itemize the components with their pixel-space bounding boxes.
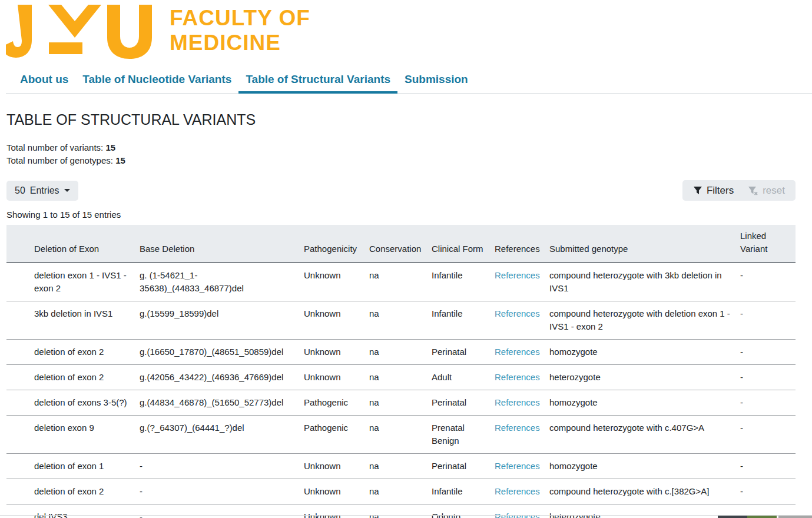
table-row[interactable]: deletion of exons 3-5(?) g.(44834_46878)… [6,390,796,416]
cell-linked-variant: - [740,454,796,479]
cell-linked-variant: - [740,479,796,504]
cell-pathogenicity: Unknown [304,263,369,301]
bottom-strip-dark [718,516,747,518]
table-row[interactable]: deletion exon 1 - IVS1 - exon 2 g. (1-54… [6,263,796,301]
cell-clinical-form: Infantile [432,301,495,340]
cell-deletion-of-exon: deletion of exon 2 [6,365,140,390]
main-content: TABLE OF STRUCTURAL VARIANTS Total numbe… [0,111,796,518]
cell-pathogenicity: Pathogenic [304,390,369,416]
cell-clinical-form: Prenatal Benign [432,416,495,454]
cell-conservation: na [369,263,432,301]
cell-base-deletion: g.(42056_43422)_(46936_47669)del [140,365,304,390]
cell-references: References [495,263,549,301]
showing-entries-text: Showing 1 to 15 of 15 entries [6,210,796,220]
column-header-base-deletion[interactable]: Base Deletion [140,225,304,263]
cell-deletion-of-exon: deletion exon 9 [6,416,140,454]
entries-per-page-dropdown[interactable]: 50 Entries [6,181,78,201]
cell-deletion-of-exon: deletion of exons 3-5(?) [6,390,140,416]
funnel-icon [693,186,702,195]
nav-item-nucleotide-variants[interactable]: Table of Nucleotide Variants [75,68,238,93]
chevron-down-icon [64,189,70,192]
table-row[interactable]: del IVS3 - Unknown na Odonto References … [6,504,796,518]
cell-references: References [495,340,549,365]
table-header: Deletion of Exon Base Deletion Pathogeni… [6,225,796,263]
cell-submitted-genotype: heterozygote [549,504,740,518]
references-link[interactable]: References [495,461,540,471]
table-row[interactable]: deletion of exon 2 - Unknown na Infantil… [6,479,796,504]
references-link[interactable]: References [495,308,540,318]
cell-base-deletion: g.(15599_18599)del [140,301,304,340]
table-row[interactable]: deletion of exon 1 - Unknown na Perinata… [6,454,796,479]
cell-submitted-genotype: homozygote [549,390,740,416]
faculty-of-medicine-wordmark: FACULTY OF MEDICINE [170,6,310,55]
table-row[interactable]: deletion exon 9 g.(?_64307)_(64441_?)del… [6,416,796,454]
jku-logo-icon [6,5,152,59]
structural-variants-table: Deletion of Exon Base Deletion Pathogeni… [6,225,796,518]
cell-base-deletion: g.(44834_46878)_(51650_52773)del [140,390,304,416]
references-link[interactable]: References [495,347,540,357]
column-header-deletion-of-exon[interactable]: Deletion of Exon [6,225,140,263]
cell-base-deletion: g.(?_64307)_(64441_?)del [140,416,304,454]
cell-clinical-form: Odonto [432,504,495,518]
cell-pathogenicity: Unknown [304,365,369,390]
references-link[interactable]: References [495,423,540,433]
nav-item-about-us[interactable]: About us [13,68,75,93]
cell-pathogenicity: Unknown [304,340,369,365]
cell-pathogenicity: Pathogenic [304,416,369,454]
page-header: FACULTY OF MEDICINE About us Table of Nu… [0,0,812,94]
table-row[interactable]: deletion of exon 2 g.(42056_43422)_(4693… [6,365,796,390]
cell-deletion-of-exon: deletion of exon 1 [6,454,140,479]
nav-item-structural-variants[interactable]: Table of Structural Variants [238,68,397,93]
table-row[interactable]: deletion of exon 2 g.(16650_17870)_(4865… [6,340,796,365]
cell-clinical-form: Adult [432,365,495,390]
cell-conservation: na [369,365,432,390]
cell-linked-variant: - [740,340,796,365]
cell-clinical-form: Perinatal [432,454,495,479]
cell-clinical-form: Infantile [432,263,495,301]
cell-conservation: na [369,301,432,340]
column-header-submitted-genotype[interactable]: Submitted genotype [549,225,740,263]
variants-table-body: deletion exon 1 - IVS1 - exon 2 g. (1-54… [6,263,796,518]
column-header-clinical-form[interactable]: Clinical Form [432,225,495,263]
page-title: TABLE OF STRUCTURAL VARIANTS [6,111,796,128]
cell-deletion-of-exon: deletion of exon 2 [6,479,140,504]
filters-button-group: Filters reset [682,180,796,201]
reset-filters-button[interactable]: reset [741,185,792,197]
table-row[interactable]: 3kb deletion in IVS1 g.(15599_18599)del … [6,301,796,340]
cell-references: References [495,390,549,416]
cell-conservation: na [369,454,432,479]
funnel-x-icon [748,186,758,195]
cell-submitted-genotype: compound heterozygote with 3kb deletion … [549,263,740,301]
main-navigation: About us Table of Nucleotide Variants Ta… [6,68,812,94]
cell-deletion-of-exon: del IVS3 [6,504,140,518]
cell-linked-variant: - [740,301,796,340]
cell-linked-variant: - [740,263,796,301]
references-link[interactable]: References [495,397,540,407]
references-link[interactable]: References [495,486,540,496]
nav-item-submission[interactable]: Submission [397,68,475,93]
references-link[interactable]: References [495,270,540,280]
cell-submitted-genotype: heterozygote [549,365,740,390]
cell-submitted-genotype: homozygote [549,454,740,479]
cell-pathogenicity: Unknown [304,504,369,518]
cell-pathogenicity: Unknown [304,479,369,504]
cell-references: References [495,504,549,518]
totals-summary: Total number of variants: 15 Total numbe… [6,141,796,167]
cell-base-deletion: g. (1-54621_1-35638)_(44833_46877)del [140,263,304,301]
cell-base-deletion: - [140,479,304,504]
cell-base-deletion: - [140,454,304,479]
cell-deletion-of-exon: deletion exon 1 - IVS1 - exon 2 [6,263,140,301]
cell-submitted-genotype: compound heterozygote with deletion exon… [549,301,740,340]
filters-button[interactable]: Filters [686,185,741,197]
cell-submitted-genotype: compound heterozygote with c.[382G>A] [549,479,740,504]
column-header-linked-variant[interactable]: Linked Variant [740,225,796,263]
column-header-conservation[interactable]: Conservation [369,225,432,263]
references-link[interactable]: References [495,372,540,382]
cell-clinical-form: Infantile [432,479,495,504]
cell-clinical-form: Perinatal [432,340,495,365]
column-header-pathogenicity[interactable]: Pathogenicity [304,225,369,263]
cell-conservation: na [369,479,432,504]
column-header-references[interactable]: References [495,225,549,263]
cell-pathogenicity: Unknown [304,454,369,479]
cell-references: References [495,416,549,454]
